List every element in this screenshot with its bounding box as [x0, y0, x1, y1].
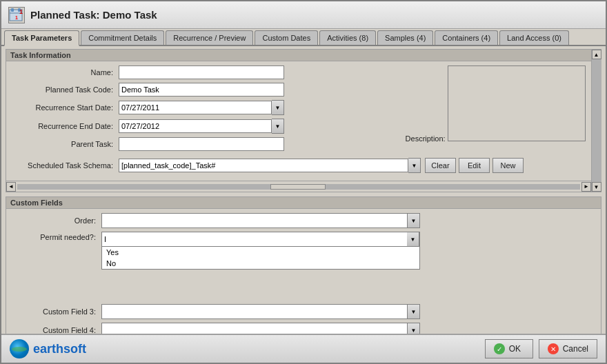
- custom-field3-label: Custom Field 3:: [12, 307, 101, 316]
- custom-field4-arrow[interactable]: ▼: [408, 323, 420, 334]
- permit-options-list: Yes No: [101, 247, 420, 270]
- custom-field4-field: ▼: [101, 323, 420, 334]
- tab-bar: Task Parameters Commitment Details Recur…: [1, 29, 606, 46]
- window-title: Planned Task: Demo Task: [30, 9, 157, 21]
- permit-option-yes[interactable]: Yes: [102, 247, 419, 258]
- task-info-header: Task Information: [6, 50, 591, 61]
- permit-option-no[interactable]: No: [102, 258, 419, 269]
- cancel-label: Cancel: [563, 344, 588, 354]
- scroll-down-button[interactable]: ▼: [592, 182, 601, 192]
- description-label: Description:: [406, 134, 446, 143]
- schema-input[interactable]: [119, 159, 408, 172]
- schema-row: Scheduled Task Schema: ▼ Clear Edit New: [12, 158, 586, 173]
- planned-task-code-row: Planned Task Code:: [12, 83, 399, 97]
- custom-fields-content: Order: ▼ Permit needed?: ▼: [6, 209, 601, 334]
- custom-field3-select[interactable]: [101, 304, 408, 319]
- schema-field: ▼: [119, 158, 422, 173]
- cancel-icon: ✕: [548, 343, 559, 354]
- tab-recurrence-preview[interactable]: Recurrence / Preview: [166, 30, 253, 45]
- permit-label: Permit needed?:: [12, 232, 101, 241]
- order-select[interactable]: [101, 213, 408, 228]
- tab-commitment-details[interactable]: Commitment Details: [81, 30, 164, 45]
- earth-logo-icon: [10, 339, 29, 358]
- recurrence-end-arrow[interactable]: ▼: [272, 119, 284, 134]
- description-textarea[interactable]: [448, 65, 586, 141]
- tab-containers[interactable]: Containers (4): [435, 30, 498, 45]
- order-field: ▼: [101, 213, 420, 228]
- permit-dropdown-arrow[interactable]: ▼: [407, 232, 419, 247]
- cancel-button[interactable]: ✕ Cancel: [539, 339, 597, 358]
- scroll-left-button[interactable]: ◄: [6, 182, 16, 192]
- permit-row: Permit needed?: ▼ Yes No: [12, 232, 595, 270]
- recurrence-end-dropdown: ▼: [119, 119, 284, 134]
- edit-button[interactable]: Edit: [459, 158, 490, 173]
- logo-soft: soft: [63, 342, 86, 356]
- window-icon: 1: [8, 7, 25, 23]
- horizontal-scrollbar: ◄ ►: [6, 181, 591, 192]
- scroll-up-button[interactable]: ▲: [592, 50, 601, 59]
- tab-task-parameters[interactable]: Task Parameters: [4, 30, 79, 46]
- order-label: Order:: [12, 216, 101, 225]
- recurrence-end-row: Recurrence End Date: ▼: [12, 119, 399, 134]
- name-row: Name:: [12, 65, 399, 79]
- title-bar: 1 Planned Task: Demo Task: [1, 1, 606, 29]
- recurrence-start-arrow[interactable]: ▼: [272, 100, 284, 115]
- new-button[interactable]: New: [492, 158, 524, 173]
- parent-task-row: Parent Task:: [12, 137, 399, 151]
- permit-input-row: ▼: [101, 232, 420, 247]
- footer: earthsoft ✓ OK ✕ Cancel: [1, 334, 606, 363]
- description-area: Description:: [406, 65, 586, 143]
- planned-task-code-label: Planned Task Code:: [12, 85, 119, 94]
- ok-button[interactable]: ✓ OK: [485, 339, 533, 358]
- custom-field4-row: Custom Field 4: ▼: [12, 323, 595, 334]
- scroll-right-button[interactable]: ►: [581, 182, 591, 192]
- parent-task-input[interactable]: [119, 137, 284, 151]
- schema-arrow[interactable]: ▼: [408, 158, 421, 173]
- vertical-scrollbar: ▲ ▼: [591, 50, 601, 192]
- recurrence-start-dropdown: ▼: [119, 100, 284, 115]
- recurrence-start-label: Recurrence Start Date:: [12, 103, 119, 112]
- custom-field3-field: ▼: [101, 304, 420, 319]
- logo-earth: earth: [33, 342, 63, 356]
- tab-samples[interactable]: Samples (4): [377, 30, 433, 45]
- custom-fields-header: Custom Fields: [6, 197, 601, 209]
- custom-fields-section: Custom Fields Order: ▼ Permit needed?:: [6, 196, 601, 334]
- tab-custom-dates[interactable]: Custom Dates: [255, 30, 318, 45]
- custom-field4-label: Custom Field 4:: [12, 326, 101, 334]
- recurrence-end-label: Recurrence End Date:: [12, 122, 119, 130]
- name-description-row: Name: Planned Task Code: Recurrence Star…: [12, 65, 586, 154]
- logo: earthsoft: [10, 339, 86, 358]
- custom-field3-row: Custom Field 3: ▼: [12, 304, 595, 319]
- tab-activities[interactable]: Activities (8): [319, 30, 376, 45]
- svg-text:1: 1: [15, 15, 18, 20]
- content-area: Task Information Name: Planned Task Code…: [1, 46, 606, 334]
- svg-rect-1: [11, 8, 14, 12]
- recurrence-start-input[interactable]: [119, 101, 272, 114]
- parent-task-label: Parent Task:: [12, 140, 119, 148]
- footer-buttons: ✓ OK ✕ Cancel: [485, 339, 597, 358]
- scroll-track: [17, 184, 580, 190]
- task-info-content: Name: Planned Task Code: Recurrence Star…: [6, 61, 591, 181]
- recurrence-end-input[interactable]: [119, 119, 272, 133]
- ok-label: OK: [509, 344, 521, 354]
- custom-field4-select[interactable]: [101, 323, 408, 334]
- tab-land-access[interactable]: Land Access (0): [499, 30, 569, 45]
- name-label: Name:: [12, 68, 119, 77]
- permit-input[interactable]: [102, 232, 407, 246]
- scroll-middle: [592, 59, 601, 182]
- scroll-thumb: [270, 184, 326, 190]
- custom-field3-arrow[interactable]: ▼: [408, 304, 420, 319]
- permit-field: ▼ Yes No: [101, 232, 420, 270]
- schema-label: Scheduled Task Schema:: [12, 161, 119, 170]
- logo-text: earthsoft: [33, 342, 86, 356]
- task-info-section: Task Information Name: Planned Task Code…: [6, 49, 601, 192]
- clear-button[interactable]: Clear: [425, 158, 456, 173]
- svg-rect-2: [18, 8, 21, 12]
- order-row: Order: ▼: [12, 213, 595, 228]
- ok-icon: ✓: [494, 343, 505, 354]
- order-arrow[interactable]: ▼: [408, 213, 420, 228]
- name-input[interactable]: [119, 65, 284, 79]
- recurrence-start-row: Recurrence Start Date: ▼: [12, 100, 399, 115]
- planned-task-code-input[interactable]: [119, 83, 284, 97]
